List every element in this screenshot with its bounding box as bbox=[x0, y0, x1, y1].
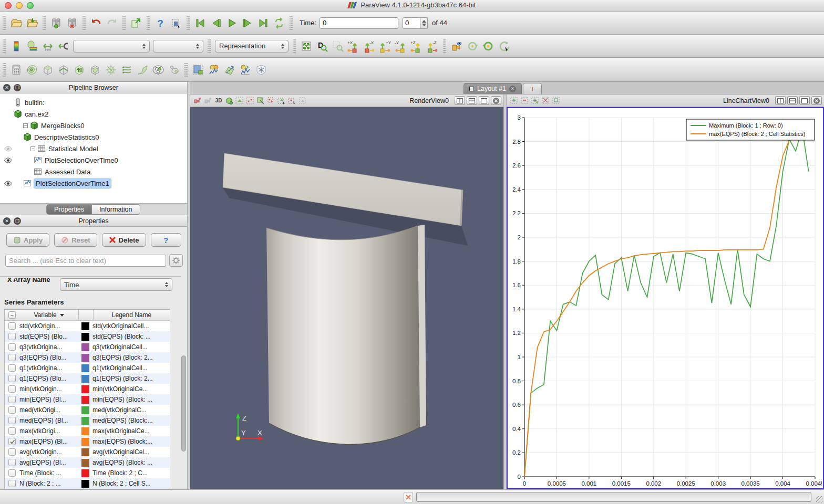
chart-split-vertical-icon[interactable] bbox=[787, 96, 798, 105]
tree-expander-icon[interactable]: − bbox=[23, 123, 28, 128]
series-color-swatch[interactable] bbox=[81, 375, 89, 383]
toggle-selection-icon[interactable] bbox=[541, 96, 550, 106]
select-all-checkbox[interactable]: − bbox=[8, 311, 16, 319]
series-checkbox[interactable] bbox=[8, 469, 16, 477]
series-row[interactable]: med(EQPS) (Bl...med(EQPS) (Block:... bbox=[5, 415, 170, 426]
open-file-icon[interactable] bbox=[8, 15, 24, 31]
render-canvas[interactable]: Z X Y bbox=[190, 107, 503, 489]
set-view-minus-y-button[interactable]: -Y bbox=[393, 38, 409, 54]
series-row[interactable]: max(vtkOrigi...max(vtkOriginalCe... bbox=[5, 426, 170, 436]
load-state-icon[interactable] bbox=[128, 15, 144, 31]
help-button[interactable]: ? bbox=[151, 233, 181, 247]
save-data-icon[interactable] bbox=[24, 15, 40, 31]
series-row[interactable]: min(vtkOrigin...min(vtkOriginalCe... bbox=[5, 384, 170, 394]
pipeline-undock-icon[interactable]: ❐ bbox=[14, 84, 21, 91]
pipeline-item-assessed-data[interactable]: Assessed Data bbox=[0, 166, 187, 177]
set-view-plus-y-button[interactable]: +Y bbox=[377, 38, 393, 54]
add-selection-icon[interactable] bbox=[530, 96, 540, 106]
pipeline-item-builtin[interactable]: builtin: bbox=[0, 97, 187, 108]
series-checkbox[interactable] bbox=[8, 417, 16, 424]
series-row[interactable]: max(EQPS) (Bl...max(EQPS) (Block:... bbox=[5, 436, 170, 447]
reset-button[interactable]: Reset bbox=[54, 233, 97, 247]
calculator-icon[interactable] bbox=[8, 62, 24, 78]
extract-subset-icon[interactable] bbox=[87, 62, 103, 78]
plot-selection-icon[interactable] bbox=[222, 62, 238, 78]
play-icon[interactable] bbox=[224, 15, 240, 31]
capture-view-icon[interactable] bbox=[193, 96, 202, 106]
series-checkbox[interactable] bbox=[8, 364, 16, 372]
series-color-swatch[interactable] bbox=[81, 406, 89, 414]
help-icon[interactable]: ? bbox=[152, 15, 168, 31]
series-color-swatch[interactable] bbox=[81, 396, 89, 404]
tree-expander-icon[interactable]: − bbox=[30, 146, 35, 151]
undo-icon[interactable] bbox=[88, 15, 104, 31]
series-row[interactable]: std(EQPS) (Blo...std(EQPS) (Block: ... bbox=[5, 331, 170, 342]
next-frame-icon[interactable] bbox=[240, 15, 255, 31]
select-cells-icon[interactable] bbox=[190, 62, 206, 78]
properties-scrollbar[interactable] bbox=[181, 355, 186, 452]
select-cells-on-icon[interactable] bbox=[235, 96, 244, 106]
series-checkbox[interactable] bbox=[8, 354, 16, 361]
series-color-swatch[interactable] bbox=[81, 417, 89, 425]
visibility-eye-icon[interactable] bbox=[3, 181, 13, 186]
select-cells-through-icon[interactable] bbox=[256, 96, 265, 106]
layout-tab[interactable]: Layout #1 ✕ bbox=[464, 83, 522, 94]
color-by-select[interactable] bbox=[73, 40, 150, 52]
hover-cells-icon[interactable] bbox=[298, 96, 307, 106]
resize-grip[interactable] bbox=[816, 496, 823, 503]
glyph-icon[interactable] bbox=[103, 62, 119, 78]
set-view-minus-z-button[interactable]: -Z bbox=[425, 38, 440, 54]
series-checkbox[interactable] bbox=[8, 406, 16, 414]
loop-icon[interactable] bbox=[271, 15, 287, 31]
color-component-select[interactable] bbox=[153, 40, 203, 52]
series-color-swatch[interactable] bbox=[81, 427, 89, 435]
split-vertical-icon[interactable] bbox=[467, 96, 477, 105]
gear-icon[interactable] bbox=[169, 254, 183, 267]
series-row[interactable]: std(vtkOrigin...std(vtkOriginalCell... bbox=[5, 321, 170, 331]
disconnect-server-icon[interactable] bbox=[64, 15, 80, 31]
series-row[interactable]: Time (Block: ...Time (Block: 2 ; C... bbox=[5, 468, 170, 478]
x-array-select[interactable]: Time bbox=[60, 278, 172, 291]
capture-view-gray-icon[interactable] bbox=[203, 96, 213, 106]
series-color-swatch[interactable] bbox=[81, 364, 89, 372]
threshold-icon[interactable] bbox=[71, 62, 87, 78]
series-color-swatch[interactable] bbox=[81, 480, 89, 488]
view-3d-label[interactable]: 3D bbox=[214, 96, 223, 106]
freeze-selection-icon[interactable] bbox=[253, 62, 269, 78]
series-checkbox[interactable] bbox=[8, 333, 16, 340]
select-points-on-icon[interactable] bbox=[245, 96, 255, 106]
rotate-90-ccw-icon[interactable] bbox=[480, 38, 496, 54]
zoom-to-data-icon[interactable]: D bbox=[314, 38, 330, 54]
series-row[interactable]: N (Block: 2 ; ...N (Block: 2 ; Cell S... bbox=[5, 478, 170, 489]
chart-maximize-view-icon[interactable] bbox=[799, 96, 810, 105]
series-color-swatch[interactable] bbox=[81, 354, 89, 362]
split-horizontal-icon[interactable] bbox=[455, 96, 465, 105]
series-row[interactable]: med(vtkOrigi...med(vtkOriginalC... bbox=[5, 405, 170, 415]
reset-camera-icon[interactable] bbox=[298, 38, 314, 54]
tab-information[interactable]: Information bbox=[91, 204, 140, 215]
pipeline-item-plotselectionovertime0[interactable]: PlotSelectionOverTime0 bbox=[0, 154, 187, 166]
first-frame-icon[interactable] bbox=[192, 15, 208, 31]
chart-close-view-icon[interactable] bbox=[811, 96, 822, 105]
last-frame-icon[interactable] bbox=[255, 15, 271, 31]
legend-header[interactable]: Legend Name bbox=[94, 311, 170, 319]
series-checkbox[interactable] bbox=[8, 322, 16, 330]
series-color-swatch[interactable] bbox=[81, 459, 89, 467]
clip-icon[interactable] bbox=[40, 62, 56, 78]
rescale-custom-icon[interactable] bbox=[56, 38, 71, 54]
series-row[interactable]: avg(vtkOrigin...avg(vtkOriginalCel... bbox=[5, 447, 170, 457]
delete-button[interactable]: Delete bbox=[102, 233, 146, 247]
connect-server-icon[interactable] bbox=[48, 15, 64, 31]
series-color-swatch[interactable] bbox=[81, 333, 89, 341]
interactive-select-cells-icon[interactable] bbox=[277, 96, 286, 106]
interactive-select-points-icon[interactable] bbox=[287, 96, 297, 106]
visibility-eye-icon[interactable] bbox=[3, 146, 13, 152]
color-map-icon[interactable] bbox=[8, 38, 24, 54]
tab-properties[interactable]: Properties bbox=[46, 204, 91, 215]
series-checkbox[interactable] bbox=[8, 427, 16, 435]
maximize-view-icon[interactable] bbox=[479, 96, 489, 105]
series-checkbox[interactable] bbox=[8, 343, 16, 351]
pipeline-item-can-ex2[interactable]: can.ex2 bbox=[0, 108, 187, 120]
edit-color-map-icon[interactable] bbox=[24, 38, 40, 54]
series-color-swatch[interactable] bbox=[81, 469, 89, 477]
